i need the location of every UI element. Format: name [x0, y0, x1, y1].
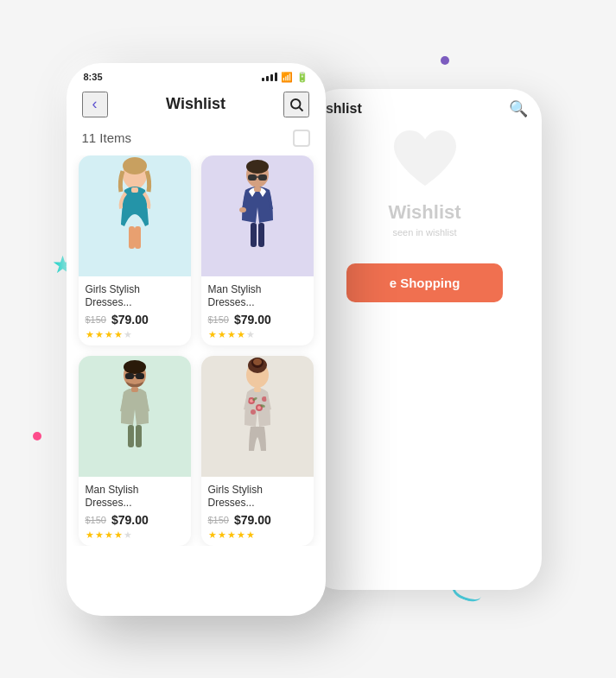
- product-name-4: Girls Stylish Dresses...: [208, 484, 307, 510]
- products-grid: Girls Stylish Dresses... $150 $79.00 ★ ★…: [67, 155, 326, 546]
- back-search-icon[interactable]: 🔍: [509, 99, 528, 118]
- figure-male-casual: [79, 356, 191, 477]
- status-bar: 8:35 📶 🔋: [67, 63, 326, 86]
- svg-rect-4: [131, 187, 138, 193]
- product-price-row-2: $150 $79.00: [208, 313, 307, 326]
- price-new-3: $79.00: [111, 513, 149, 527]
- svg-rect-19: [125, 373, 134, 379]
- phones-container: ishlist 🔍 Wishlist seen in wishlist e Sh…: [49, 29, 568, 650]
- phone-front: 8:35 📶 🔋 ‹ Wishlist: [67, 63, 326, 616]
- svg-rect-38: [254, 387, 261, 392]
- product-card[interactable]: Man Stylish Dresses... $150 $79.00 ★ ★ ★…: [79, 356, 191, 546]
- signal-bar-3: [270, 74, 273, 81]
- stars-2: ★ ★ ★ ★ ★: [208, 329, 307, 340]
- price-new-1: $79.00: [111, 313, 149, 326]
- search-button[interactable]: [283, 92, 309, 117]
- app-header: ‹ Wishlist: [67, 86, 326, 126]
- svg-rect-10: [258, 174, 267, 181]
- product-name-2: Man Stylish Dresses...: [208, 283, 307, 310]
- empty-wishlist-subtitle: seen in wishlist: [393, 227, 457, 238]
- svg-point-13: [239, 207, 246, 212]
- svg-rect-14: [254, 187, 261, 192]
- signal-bar-2: [266, 76, 269, 81]
- svg-rect-6: [135, 226, 141, 249]
- svg-rect-23: [131, 387, 138, 392]
- heart-icon: [391, 124, 460, 193]
- price-old-4: $150: [208, 515, 229, 525]
- select-all-checkbox[interactable]: [293, 130, 310, 147]
- product-name-3: Man Stylish Dresses...: [86, 484, 184, 510]
- product-card[interactable]: Man Stylish Dresses... $150 $79.00 ★ ★ ★…: [201, 155, 314, 345]
- product-image-4: [201, 356, 314, 477]
- phone-back: ishlist 🔍 Wishlist seen in wishlist e Sh…: [308, 89, 542, 590]
- page-title: Wishlist: [166, 95, 225, 113]
- product-image-3: [79, 356, 191, 477]
- shop-button[interactable]: e Shopping: [346, 263, 504, 302]
- svg-point-8: [246, 160, 269, 174]
- figure-female-floral: [201, 356, 314, 477]
- back-phone-content: Wishlist seen in wishlist e Shopping: [308, 124, 542, 302]
- items-count: 11 Items: [82, 130, 132, 145]
- product-info-2: Man Stylish Dresses... $150 $79.00 ★ ★ ★…: [201, 276, 314, 345]
- back-phone-title: ishlist: [322, 101, 362, 117]
- svg-rect-20: [136, 373, 144, 379]
- status-icons: 📶 🔋: [262, 72, 308, 83]
- svg-rect-24: [128, 425, 134, 447]
- svg-point-33: [257, 406, 261, 409]
- stars-3: ★ ★ ★ ★ ★: [86, 529, 184, 541]
- svg-point-18: [124, 360, 146, 374]
- product-name-1: Girls Stylish Dresses...: [86, 283, 184, 310]
- svg-point-3: [123, 157, 147, 174]
- product-image-1: [79, 155, 191, 276]
- svg-rect-16: [258, 223, 264, 247]
- wifi-icon: 📶: [281, 72, 293, 83]
- signal-bar-4: [275, 73, 277, 81]
- svg-line-1: [300, 107, 303, 111]
- search-icon: [289, 97, 304, 112]
- items-count-row: 11 Items: [67, 126, 326, 155]
- svg-rect-25: [136, 425, 142, 447]
- svg-point-29: [253, 358, 262, 365]
- price-old-1: $150: [86, 314, 106, 325]
- price-old-2: $150: [208, 314, 229, 325]
- figure-male-suit: [201, 155, 314, 276]
- product-card[interactable]: Girls Stylish Dresses... $150 $79.00 ★ ★…: [201, 356, 314, 546]
- price-new-4: $79.00: [234, 513, 271, 527]
- price-new-2: $79.00: [234, 313, 271, 326]
- product-info-1: Girls Stylish Dresses... $150 $79.00 ★ ★…: [79, 276, 191, 345]
- price-old-3: $150: [86, 515, 106, 525]
- stars-4: ★ ★ ★ ★ ★: [208, 529, 307, 541]
- svg-rect-5: [129, 226, 135, 249]
- stars-1: ★ ★ ★ ★ ★: [86, 329, 184, 340]
- signal-bar-1: [262, 78, 264, 81]
- product-info-4: Girls Stylish Dresses... $150 $79.00 ★ ★…: [201, 477, 314, 546]
- product-card[interactable]: Girls Stylish Dresses... $150 $79.00 ★ ★…: [79, 155, 191, 345]
- svg-rect-9: [248, 174, 257, 181]
- product-price-row-4: $150 $79.00: [208, 513, 307, 527]
- battery-icon: 🔋: [296, 72, 308, 83]
- empty-wishlist-title: Wishlist: [388, 201, 460, 224]
- product-price-row-3: $150 $79.00: [86, 513, 184, 527]
- product-info-3: Man Stylish Dresses... $150 $79.00 ★ ★ ★…: [79, 477, 191, 546]
- svg-rect-15: [251, 223, 257, 247]
- back-phone-header: ishlist 🔍: [308, 89, 542, 125]
- product-image-2: [201, 155, 314, 276]
- figure-female-1: [79, 155, 191, 276]
- signal-bars: [262, 73, 277, 81]
- svg-point-0: [291, 99, 301, 109]
- back-button[interactable]: ‹: [82, 92, 108, 117]
- svg-point-34: [251, 409, 256, 415]
- product-price-row-1: $150 $79.00: [86, 313, 184, 326]
- status-time: 8:35: [84, 72, 103, 82]
